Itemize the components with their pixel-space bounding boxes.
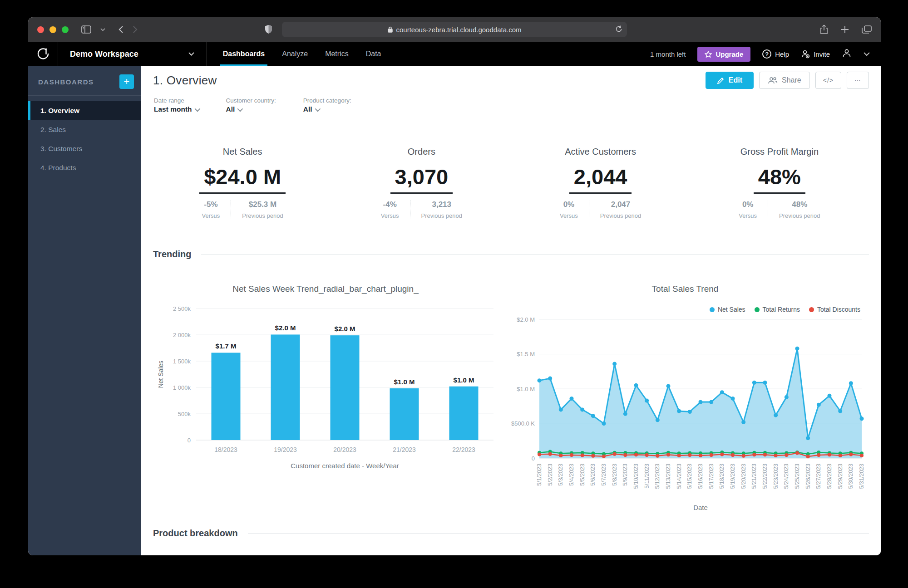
data-point[interactable] <box>795 451 799 455</box>
data-point[interactable] <box>817 453 820 457</box>
data-point[interactable] <box>774 413 778 417</box>
data-point[interactable] <box>645 453 649 457</box>
data-point[interactable] <box>752 453 756 456</box>
data-point[interactable] <box>570 453 573 457</box>
data-point[interactable] <box>838 409 842 413</box>
data-point[interactable] <box>666 384 671 388</box>
gooddata-logo-icon[interactable] <box>28 42 58 66</box>
tab-data[interactable]: Data <box>366 42 381 66</box>
data-point[interactable] <box>828 453 831 456</box>
data-point[interactable] <box>656 454 659 458</box>
data-point[interactable] <box>839 454 842 457</box>
tab-overview-icon[interactable] <box>862 25 872 34</box>
data-point[interactable] <box>656 418 660 422</box>
more-options-button[interactable]: ⋯ <box>847 72 869 89</box>
zoom-window-button[interactable] <box>62 26 69 33</box>
data-point[interactable] <box>731 453 735 457</box>
bar-chart-widget[interactable]: Net Sales Week Trend_radial_bar_chart_pl… <box>153 273 498 513</box>
legend-item[interactable]: Total Returns <box>755 306 800 313</box>
data-point[interactable] <box>699 454 702 457</box>
data-point[interactable] <box>849 453 853 456</box>
data-point[interactable] <box>699 400 703 404</box>
forward-icon[interactable] <box>133 25 138 34</box>
data-point[interactable] <box>666 453 670 456</box>
data-point[interactable] <box>785 395 789 399</box>
data-point[interactable] <box>612 362 617 366</box>
data-point[interactable] <box>731 397 735 401</box>
data-point[interactable] <box>559 407 563 412</box>
data-point[interactable] <box>828 394 832 398</box>
line-chart-widget[interactable]: Total Sales Trend Net SalesTotal Returns… <box>501 273 869 513</box>
data-point[interactable] <box>720 453 724 456</box>
data-point[interactable] <box>623 453 627 457</box>
privacy-shield-icon[interactable] <box>265 24 272 36</box>
customer-country-filter[interactable]: Customer country: All <box>226 97 276 113</box>
data-point[interactable] <box>591 414 595 418</box>
bar[interactable] <box>449 387 479 440</box>
edit-button[interactable]: Edit <box>706 72 754 89</box>
invite-button[interactable]: Invite <box>801 49 830 59</box>
sidebar-item-overview[interactable]: 1. Overview <box>28 101 141 120</box>
tab-metrics[interactable]: Metrics <box>325 42 349 66</box>
product-category-filter[interactable]: Product category: All <box>303 97 351 113</box>
data-point[interactable] <box>634 383 638 387</box>
data-point[interactable] <box>602 421 606 426</box>
back-icon[interactable] <box>118 25 123 34</box>
sidebar-toggle-icon[interactable] <box>81 25 91 34</box>
data-point[interactable] <box>806 436 810 440</box>
data-point[interactable] <box>741 420 745 424</box>
legend-item[interactable]: Net Sales <box>710 306 745 313</box>
data-point[interactable] <box>817 403 821 407</box>
bar[interactable] <box>212 353 241 440</box>
kpi-orders[interactable]: Orders 3,070 -4%Versus 3,213Previous per… <box>332 147 511 219</box>
bar[interactable] <box>390 388 419 440</box>
reload-icon[interactable] <box>615 25 622 34</box>
data-point[interactable] <box>849 381 853 385</box>
data-point[interactable] <box>548 377 552 381</box>
data-point[interactable] <box>538 453 541 456</box>
add-dashboard-button[interactable]: + <box>119 74 134 89</box>
data-point[interactable] <box>785 453 788 457</box>
data-point[interactable] <box>548 452 552 456</box>
data-point[interactable] <box>752 381 756 385</box>
data-point[interactable] <box>710 453 713 457</box>
data-point[interactable] <box>742 454 745 458</box>
sidebar-item-customers[interactable]: 3. Customers <box>28 139 141 158</box>
upgrade-button[interactable]: Upgrade <box>697 47 750 62</box>
embed-code-button[interactable]: </> <box>815 72 841 89</box>
data-point[interactable] <box>581 454 584 457</box>
data-point[interactable] <box>860 416 864 421</box>
account-icon[interactable] <box>842 48 852 60</box>
data-point[interactable] <box>774 454 778 457</box>
date-range-filter[interactable]: Date range Last month <box>154 97 199 113</box>
share-button[interactable]: Share <box>759 72 810 89</box>
data-point[interactable] <box>688 453 691 457</box>
data-point[interactable] <box>795 347 799 351</box>
data-point[interactable] <box>591 454 595 458</box>
url-bar[interactable]: courteous-zebra.trial.cloud.gooddata.com <box>282 22 627 37</box>
data-point[interactable] <box>763 453 767 456</box>
data-point[interactable] <box>860 454 864 457</box>
close-window-button[interactable] <box>37 26 44 33</box>
sidebar-item-products[interactable]: 4. Products <box>28 158 141 177</box>
workspace-picker[interactable]: Demo Workspace <box>58 42 207 66</box>
kpi-gross-profit-margin[interactable]: Gross Profit Margin 48% 0%Versus 48%Prev… <box>690 147 869 219</box>
share-page-icon[interactable] <box>820 24 828 34</box>
kpi-net-sales[interactable]: Net Sales $24.0 M -5%Versus $25.3 MPrevi… <box>153 147 332 219</box>
account-chevron-icon[interactable] <box>864 52 870 56</box>
legend-item[interactable]: Total Discounts <box>809 306 860 313</box>
tab-group-chevron-icon[interactable] <box>100 28 105 31</box>
data-point[interactable] <box>613 452 617 456</box>
data-point[interactable] <box>709 400 713 404</box>
help-button[interactable]: ? Help <box>762 49 789 59</box>
tab-analyze[interactable]: Analyze <box>282 42 308 66</box>
bar[interactable] <box>271 334 300 440</box>
data-point[interactable] <box>688 410 692 414</box>
minimize-window-button[interactable] <box>49 26 56 33</box>
data-point[interactable] <box>677 454 681 457</box>
tab-dashboards[interactable]: Dashboards <box>223 42 265 66</box>
data-point[interactable] <box>580 407 584 412</box>
data-point[interactable] <box>559 454 563 457</box>
data-point[interactable] <box>634 453 638 456</box>
data-point[interactable] <box>720 390 724 394</box>
